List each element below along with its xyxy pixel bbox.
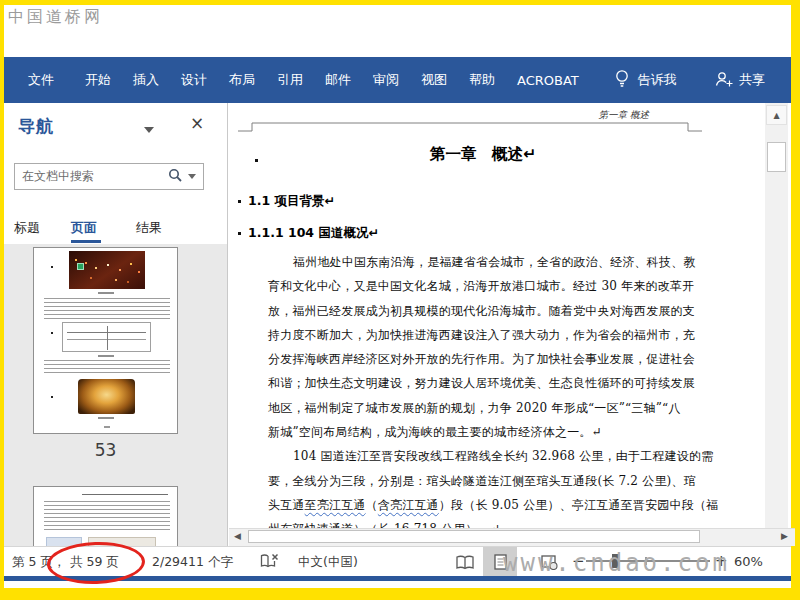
top-watermark: 中国道桥网 [8,7,103,28]
outline-bullet [238,232,241,235]
scroll-up-arrow-icon[interactable]: ▲ [766,105,787,125]
thumbnail-page-number-bar [104,426,110,428]
word-window: 中国道桥网 文件 开始 插入 设计 布局 引用 邮件 审阅 视图 帮助 ACRO… [0,0,800,600]
ribbon-bar: 文件 开始 插入 设计 布局 引用 邮件 审阅 视图 帮助 ACROBAT 告诉… [4,57,791,103]
search-icon[interactable] [168,167,182,186]
scroll-right-arrow-icon[interactable]: ▶ [781,531,788,541]
search-options-chevron-icon[interactable] [188,174,196,179]
word-count-indicator[interactable]: 2/29411 个字 [152,554,233,571]
thumbnail-header-line [82,494,168,495]
body-line: 分发挥海峡西岸经济区对外开放的先行作用。为了加快社会事业发展，促进社会 [268,347,662,371]
body-line: 放，福州已经发展成为初具规模的现代化沿海城市。随着党中央对海西发展的支 [268,299,662,323]
thumbnail-caption-bar [98,355,114,357]
person-add-icon [715,71,733,90]
ribbon-tab-help[interactable]: 帮助 [458,71,506,89]
ribbon-tab-review[interactable]: 审阅 [362,71,410,89]
document-search-input[interactable]: 在文档中搜索 [14,163,204,190]
document-page[interactable]: 第一章 概述 第一章 概述↵ 1.1 项目背景↵ 1.1.1 104 国道概况↵… [229,103,765,528]
search-placeholder: 在文档中搜索 [15,168,168,185]
thumbnail-text-block [44,298,170,320]
language-indicator[interactable]: 中文(中国) [298,554,358,571]
body-line: 福州地处中国东南沿海，是福建省省会城市，全省的政治、经济、科技、教 [268,250,662,274]
scroll-left-arrow-icon[interactable]: ◀ [234,531,241,541]
ribbon-tab-layout[interactable]: 布局 [218,71,266,89]
thumbnail-page-label: 53 [33,440,178,460]
ribbon-tab-acrobat[interactable]: ACROBAT [506,73,590,88]
proofing-errors-icon[interactable] [260,553,279,573]
thumbnail-caption-bar [98,292,114,294]
body-text: 福州地处中国东南沿海，是福建省省会城市，全省的政治、经济、科技、教 育和文化中心… [268,250,662,528]
body-line: 育和文化中心，又是中国文化名城，沿海开放港口城市。经过 30 年来的改革开 [268,274,662,298]
nav-tab-results[interactable]: 结果 [136,219,162,237]
nav-tab-headings[interactable]: 标题 [14,219,40,237]
thumbnail-bullet [51,396,53,398]
body-line: 地区，福州制定了城市发展的新的规划，力争 2020 年形成“一区”“三轴”“八 [268,396,662,420]
thumbnail-tunnel-interior-photo [78,379,135,414]
read-mode-button[interactable] [450,547,480,577]
share-button[interactable]: 共享 [715,71,765,90]
section-heading-1-1-1: 1.1.1 104 国道概况↵ [248,225,379,242]
ribbon-tab-mailings[interactable]: 邮件 [314,71,362,89]
body-line: 要，全线分为三段，分别是：琯头岭隧道连江侧至琯头互通段(长 7.2 公里)、琯 [268,469,662,493]
page-thumbnail-list: 53 [4,244,227,546]
tell-me-button[interactable]: 告诉我 [614,69,677,91]
body-line: 头互通至亮江互通（含亮江互通）段（长 9.05 公里）、亭江互通至晋安园中段（福 [268,493,662,517]
section-heading-1-1: 1.1 项目背景↵ [248,193,335,210]
ribbon-tab-insert[interactable]: 插入 [122,71,170,89]
navigation-options-chevron-icon[interactable] [144,127,154,133]
tell-me-label: 告诉我 [638,71,677,89]
thumbnail-text-block [44,360,170,376]
body-text-segment: 头互通 [268,498,305,512]
active-tab-underline [71,240,101,243]
thumbnail-bullet [51,266,53,268]
horizontal-scrollbar-thumb[interactable] [248,530,700,543]
thumbnail-bullet [51,332,53,334]
zoom-level-indicator[interactable]: 60% [734,554,763,569]
spellcheck-flagged-text: 含亮江互通 [378,498,439,512]
navigation-close-icon[interactable]: × [190,113,204,133]
share-label: 共享 [739,71,765,89]
ribbon-tab-home[interactable]: 开始 [74,71,122,89]
navigation-pane-title: 导航 [18,115,54,138]
body-line: 和谐；加快生态文明建设，努力建设人居环境优美、生态良性循环的可持续发展 [268,371,662,395]
outline-bullet [238,200,241,203]
bottom-watermark: www.cndao.com [503,549,730,577]
spellcheck-flagged-text: 至亮江互通 [305,498,366,512]
navigation-pane: 导航 × 在文档中搜索 标题 页面 结果 [4,103,228,546]
thumbnail-diagram [62,322,151,352]
ribbon-tab-view[interactable]: 视图 [410,71,458,89]
thumbnail-text-block [44,501,170,531]
header-boundary-line [229,103,709,137]
body-line: 持力度不断加大，为加快推进海西建设注入了强大动力，作为省会的福州市，充 [268,323,662,347]
body-text-segment: ）段（长 9.05 公里）、亭江互通至晋安园中段（福 [439,498,719,512]
ribbon-tab-references[interactable]: 引用 [266,71,314,89]
thumbnail-caption-bar [98,417,114,419]
page-thumbnail-54[interactable] [33,486,178,546]
ribbon-tab-file[interactable]: 文件 [17,71,65,89]
thumbnail-tunnel-night-photo [69,251,145,289]
page-thumbnail-53[interactable] [33,247,178,434]
lightbulb-icon [614,69,630,91]
body-line: 州东部快速通道）（长 16.718 公里）。↵ [268,517,662,528]
body-line: 新城”空间布局结构，成为海峡的最主要的城市经济体之一。↵ [268,420,662,444]
body-text-segment: （ [366,498,378,512]
chapter-title: 第一章 概述↵ [267,144,699,165]
vertical-scrollbar-thumb[interactable] [767,142,786,172]
body-line: 104 国道连江至晋安段改线工程路线全长约 32.968 公里，由于工程建设的需 [268,444,662,468]
ribbon-tab-design[interactable]: 设计 [170,71,218,89]
outline-bullet [255,159,258,162]
nav-tab-pages[interactable]: 页面 [71,219,97,237]
